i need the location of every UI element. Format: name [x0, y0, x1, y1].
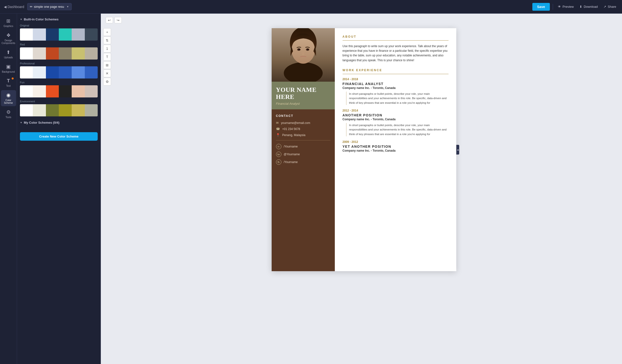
my-schemes-label: My Color Schemes (0/4) [24, 121, 59, 124]
color-scheme-3[interactable] [20, 85, 98, 97]
settings-button[interactable]: ⚙ [103, 78, 111, 86]
section-toggle-icon: ▼ [20, 18, 22, 21]
chevron-left-icon: ◀ [4, 5, 7, 9]
redo-button[interactable]: ↪ [115, 17, 122, 23]
sidebar-item-tools[interactable]: ⚙ Tools [1, 107, 16, 120]
reorder-button[interactable]: ⇅ [103, 37, 111, 44]
sidebar-item-label: Design Components [1, 39, 15, 44]
job-company-1: Company name Inc. - Toronto, Canada [343, 118, 448, 121]
swatch-0-5 [85, 28, 98, 40]
share-icon: ↗ [603, 5, 606, 8]
share-button[interactable]: ↗ Share [602, 3, 618, 10]
scheme-label-3: Fun [20, 81, 98, 84]
scheme-label-2: Professional [20, 62, 98, 65]
download-button[interactable]: ⬇ Download [578, 3, 600, 10]
dropdown-arrow-icon: ▼ [67, 5, 69, 8]
contact-divider [276, 140, 330, 140]
builtin-section-header[interactable]: ▼ Built-in Color Schemes [20, 18, 98, 21]
job-item-0: 2014 - 2018 FINANCIAL ANALYST Company na… [343, 77, 448, 105]
resume-name: YOUR NAME HERE [276, 87, 330, 100]
email-icon: ✉ [276, 121, 279, 125]
job-desc-1: In short paragraphs or bullet points, de… [346, 123, 448, 136]
sidebar-item-color-scheme[interactable]: ◉ Color Scheme [1, 90, 16, 106]
preview-button[interactable]: 👁 Preview [556, 3, 576, 10]
scheme-label-1: Red [20, 43, 98, 46]
undo-button[interactable]: ↩ [106, 17, 113, 23]
layout-button[interactable]: ⊞ [103, 61, 111, 69]
grid-icon: ⊞ [6, 18, 10, 24]
swatch-3-4 [72, 85, 85, 97]
scheme-label-0: Original [20, 24, 98, 27]
work-section-line [343, 74, 448, 74]
sidebar-item-label: Graphics [3, 25, 13, 27]
back-button[interactable]: ◀ Dashboard [4, 5, 24, 9]
swatch-1-0 [20, 47, 33, 59]
my-schemes-header[interactable]: ▼ My Color Schemes (0/4) [20, 121, 98, 124]
contact-email: ✉ yourname@email.com [276, 121, 330, 125]
swatch-1-2 [46, 47, 59, 59]
swatch-4-5 [85, 104, 98, 116]
swatch-1-5 [85, 47, 98, 59]
sidebar-item-text[interactable]: T Text [1, 76, 16, 89]
social-facebook: fb /Yourname [276, 159, 330, 165]
linkedin-icon: in [276, 144, 281, 149]
main-area: ⊞ Graphics ❖ Design Components ⬆ Uploads… [0, 14, 622, 364]
sidebar-item-label: Tools [6, 116, 11, 119]
contact-location: 📍 Penang, Malaysia [276, 133, 330, 137]
save-button[interactable]: Save [532, 3, 550, 11]
text-icon: T [7, 78, 10, 84]
sidebar-item-label: Color Scheme [2, 99, 15, 104]
color-scheme-panel: ▼ Built-in Color Schemes OriginalRedProf… [17, 14, 101, 364]
swatch-0-2 [46, 28, 59, 40]
twitter-icon: tw [276, 152, 281, 157]
sidebar-item-background[interactable]: ▣ Background [1, 62, 16, 75]
swatch-2-2 [46, 66, 59, 78]
facebook-text: /Yourname [284, 160, 298, 164]
sidebar-item-uploads[interactable]: ⬆ Uploads [1, 47, 16, 61]
color-scheme-4[interactable] [20, 104, 98, 116]
resume-wrapper: + ⇅ 1 T ⊞ ✕ ⚙ [101, 14, 622, 281]
svg-point-8 [298, 49, 300, 50]
resume-name-block: YOUR NAME HERE Financial Analyst [272, 82, 335, 109]
undo-redo-toolbar: ↩ ↪ [106, 17, 122, 23]
linkedin-text: /Yourname [284, 145, 298, 148]
nav-divider [553, 4, 553, 10]
job-item-1: 2012 - 2014 ANOTHER POSITION Company nam… [343, 109, 448, 136]
download-icon: ⬇ [580, 5, 582, 8]
job-title-0: FINANCIAL ANALYST [343, 82, 448, 86]
text-tool-button[interactable]: T [103, 53, 111, 61]
create-scheme-button[interactable]: Create New Color Scheme [20, 132, 98, 141]
schemes-container: OriginalRedProfessionalFunEnvironment [20, 24, 98, 116]
swatch-1-3 [59, 47, 72, 59]
swatch-4-4 [72, 104, 85, 116]
sidebar-item-label: Background [2, 71, 15, 73]
add-element-button[interactable]: + [103, 28, 111, 36]
location-text: Penang, Malaysia [282, 134, 305, 137]
delete-button[interactable]: ✕ [103, 70, 111, 77]
topnav-left: ◀ Dashboard ✏ simple one page resu ▼ [4, 3, 72, 10]
swatch-0-1 [33, 28, 46, 40]
resume-contact-block: CONTACT ✉ yourname@email.com ☎ +01 234 5… [272, 109, 335, 271]
swatch-3-5 [85, 85, 98, 97]
svg-point-9 [307, 49, 309, 50]
contact-phone: ☎ +01 234 5678 [276, 127, 330, 131]
canvas-area[interactable]: ↩ ↪ + ⇅ 1 T ⊞ ✕ ⚙ [101, 14, 622, 364]
job-company-0: Company name Inc. - Toronto, Canada [343, 86, 448, 90]
page-number-button[interactable]: 1 [103, 45, 111, 53]
collapse-handle[interactable]: ◀ [456, 145, 459, 154]
swatch-2-4 [72, 66, 85, 78]
email-text: yourname@email.com [281, 121, 310, 125]
job-title-2: YET ANOTHER POSITION [343, 145, 448, 149]
color-scheme-0[interactable] [20, 28, 98, 40]
color-scheme-2[interactable] [20, 66, 98, 78]
about-text: Use this paragraph to write sum up your … [343, 44, 448, 63]
background-icon: ▣ [6, 64, 11, 70]
color-scheme-1[interactable] [20, 47, 98, 59]
swatch-3-1 [33, 85, 46, 97]
sidebar-item-graphics[interactable]: ⊞ Graphics [1, 16, 16, 29]
job-company-2: Company name Inc. - Toronto, Canada [343, 149, 448, 152]
social-linkedin: in /Yourname [276, 144, 330, 149]
doc-name-button[interactable]: ✏ simple one page resu ▼ [27, 3, 72, 10]
job-desc-0: In short paragraphs or bullet points, de… [346, 92, 448, 105]
sidebar-item-design-components[interactable]: ❖ Design Components [1, 30, 16, 46]
